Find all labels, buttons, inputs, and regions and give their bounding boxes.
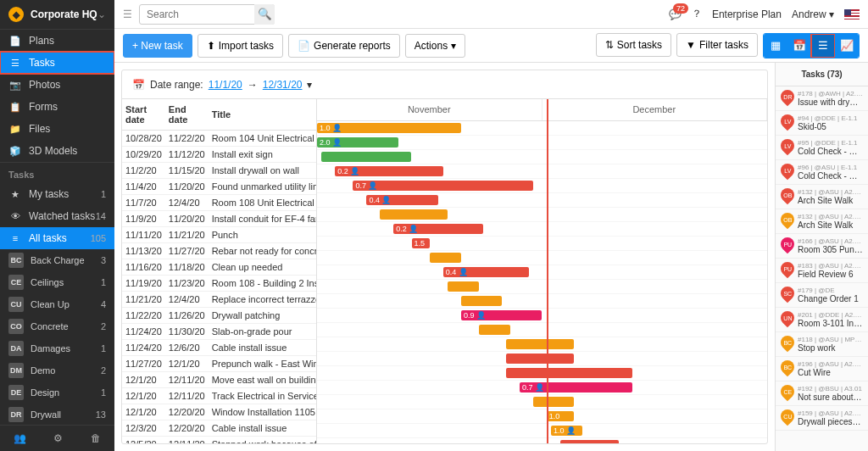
date-to[interactable]: 12/31/20: [263, 79, 303, 91]
task-row[interactable]: 11/21/2012/4/20Replace incorrect terrazz…: [122, 292, 317, 308]
task-row[interactable]: 12/3/2012/20/20Cable install issue: [122, 420, 317, 437]
gantt-bar[interactable]: [380, 209, 448, 220]
notifications-button[interactable]: 💬72: [669, 8, 682, 20]
nav-files[interactable]: 📁Files: [0, 118, 114, 140]
gantt-bar[interactable]: [430, 253, 461, 263]
generate-reports-button[interactable]: 📄 Generate reports: [288, 34, 400, 58]
gantt-bar[interactable]: 1.0 👤: [547, 411, 574, 421]
user-menu[interactable]: Andrew ▾: [792, 8, 834, 20]
category-drywall[interactable]: DRDrywall13: [0, 404, 114, 425]
category-concrete[interactable]: COConcrete2: [0, 315, 114, 337]
panel-task-item[interactable]: PU#166 | @ASU | A2.01-1Room 305 Punch In…: [776, 234, 868, 259]
users-icon[interactable]: 👥: [14, 432, 26, 444]
category-damages[interactable]: DADamages1: [0, 337, 114, 359]
org-switcher[interactable]: ◆ Corporate HQ ⌄: [0, 0, 114, 30]
nav-tasks[interactable]: ☰Tasks: [0, 52, 114, 74]
panel-task-item[interactable]: BC#196 | @ASU | A2.01-1Cut Wire: [776, 357, 868, 381]
panel-task-item[interactable]: PU#183 | @ASU | A2.01-1Field Review 6: [776, 259, 868, 283]
panel-task-item[interactable]: LV#95 | @DDE | E-1.1Cold Check - Skid-05: [776, 136, 868, 160]
panel-task-item[interactable]: LV#94 | @DDE | E-1.1Skid-05: [776, 111, 868, 136]
task-row[interactable]: 10/28/2011/22/20Room 104 Unit Electrical: [122, 131, 317, 147]
category-demo[interactable]: DMDemo2: [0, 359, 114, 381]
task-row[interactable]: 11/4/2011/20/20Found unmarked utility li…: [122, 179, 317, 195]
task-row[interactable]: 11/7/2012/4/20Room 108 Unit Electrical: [122, 195, 317, 211]
menu-icon[interactable]: ☰: [123, 8, 132, 20]
gantt-bar[interactable]: [560, 440, 619, 443]
import-tasks-button[interactable]: ⬆ Import tasks: [198, 34, 283, 58]
task-row[interactable]: 12/1/2012/11/20Move east wall on buildin…: [122, 372, 317, 388]
filter-my-tasks[interactable]: ★My tasks1: [0, 183, 114, 205]
gantt-bar[interactable]: 1.0 👤: [317, 123, 461, 133]
col-start[interactable]: Start date: [122, 99, 165, 131]
view-chart-button[interactable]: 📈: [835, 34, 859, 58]
task-row[interactable]: 11/24/2012/6/20Cable install issue: [122, 340, 317, 356]
gantt-bar[interactable]: [506, 354, 574, 364]
trash-icon[interactable]: 🗑: [91, 432, 101, 444]
category-ceilings[interactable]: CECeilings1: [0, 271, 114, 293]
view-grid-button[interactable]: ▦: [764, 34, 787, 58]
task-row[interactable]: 11/22/2011/26/20Drywall patching: [122, 308, 317, 324]
task-row[interactable]: 11/16/2011/18/20Clean up needed: [122, 259, 317, 276]
date-from[interactable]: 11/1/20: [209, 79, 242, 91]
task-row[interactable]: 11/9/2011/20/20Install conduit for EF-4 …: [122, 211, 317, 227]
gantt-bar[interactable]: 0.2 👤: [393, 224, 483, 234]
new-task-button[interactable]: + New task: [123, 34, 192, 58]
locale-flag[interactable]: [844, 9, 860, 19]
panel-task-item[interactable]: LV#96 | @ASU | E-1.1Cold Check - Punch l…: [776, 160, 868, 185]
filter-all-tasks[interactable]: ≡All tasks105: [0, 227, 114, 249]
gantt-bar[interactable]: [321, 152, 411, 162]
gantt-bar[interactable]: 0.4 👤: [366, 195, 438, 205]
panel-task-item[interactable]: CU#159 | @ASU | A2.01-1Drywall pieces on…: [776, 406, 868, 431]
task-row[interactable]: 11/2/2011/15/20Install drywall on wall: [122, 163, 317, 179]
nav-forms[interactable]: 📋Forms: [0, 96, 114, 118]
task-row[interactable]: 11/27/2012/1/20Prepunch walk - East Wing: [122, 356, 317, 372]
category-clean-up[interactable]: CUClean Up4: [0, 293, 114, 315]
task-row[interactable]: 11/24/2011/30/20Slab-on-grade pour: [122, 324, 317, 340]
task-row[interactable]: 10/29/2011/12/20Install exit sign: [122, 147, 317, 163]
task-row[interactable]: 12/1/2012/20/20Window Installation 1105: [122, 404, 317, 420]
filter-watched-tasks[interactable]: 👁Watched tasks14: [0, 205, 114, 227]
actions-menu[interactable]: Actions ▾: [405, 34, 465, 58]
help-icon[interactable]: ？: [692, 7, 702, 21]
gantt-bar[interactable]: 0.9 👤: [461, 310, 542, 320]
task-row[interactable]: 11/19/2011/23/20Room 108 - Building 2 In…: [122, 276, 317, 292]
view-gantt-button[interactable]: ☰: [811, 34, 835, 58]
task-row[interactable]: 12/5/2012/11/20Stopped work because of E…: [122, 437, 317, 444]
gantt-bar[interactable]: [506, 368, 632, 378]
search-button[interactable]: 🔍: [254, 4, 275, 25]
panel-task-item[interactable]: OB#132 | @ASU | A2.01-1Arch Site Walk: [776, 185, 868, 209]
gantt-bar[interactable]: [448, 281, 479, 292]
col-title[interactable]: Title: [209, 99, 317, 131]
gantt-bar[interactable]: 0.2 👤: [335, 166, 442, 176]
gantt-bar[interactable]: [533, 397, 574, 407]
task-row[interactable]: 11/11/2011/21/20Punch: [122, 227, 317, 243]
gantt-bar[interactable]: 2.0 👤: [317, 137, 398, 148]
gantt-bar[interactable]: 0.4 👤: [443, 267, 529, 277]
nav-3d-models[interactable]: 🧊3D Models: [0, 140, 114, 162]
category-design[interactable]: DEDesign1: [0, 381, 114, 404]
gantt-bar[interactable]: [461, 296, 502, 306]
view-calendar-button[interactable]: 📅: [787, 34, 811, 58]
gantt-bar[interactable]: [506, 339, 574, 349]
chevron-down-icon[interactable]: ▾: [307, 79, 312, 91]
category-back-charge[interactable]: BCBack Charge3: [0, 249, 114, 271]
panel-task-item[interactable]: OB#132 | @ASU | A2.01-1Arch Site Walk: [776, 209, 868, 234]
filter-tasks-button[interactable]: ▼ Filter tasks: [676, 33, 758, 57]
col-end[interactable]: End date: [165, 99, 209, 131]
gantt-bar[interactable]: 0.7 👤: [353, 181, 532, 191]
panel-task-item[interactable]: UN#201 | @DDE | A2.01-1Room 3-101 Instal…: [776, 308, 868, 332]
nav-photos[interactable]: 📷Photos: [0, 74, 114, 96]
nav-plans[interactable]: 📄Plans: [0, 30, 114, 52]
panel-task-item[interactable]: SC#179 | @DEChange Order 1: [776, 283, 868, 308]
sort-tasks-button[interactable]: ⇅ Sort tasks: [596, 33, 671, 57]
task-row[interactable]: 11/13/2011/27/20Rebar not ready for conc…: [122, 243, 317, 259]
task-row[interactable]: 12/1/2012/11/20Track Electrical in Servi…: [122, 388, 317, 404]
gantt-bar[interactable]: 1.5 👤: [412, 238, 430, 248]
panel-task-item[interactable]: BC#118 | @ASU | MP-2.1Stop work: [776, 332, 868, 357]
gantt-bar[interactable]: 1.0 👤: [551, 426, 582, 436]
panel-task-item[interactable]: DR#178 | @AWH | A2.01-2Issue with drywal…: [776, 86, 868, 111]
gear-icon[interactable]: ⚙: [53, 432, 63, 444]
panel-task-item[interactable]: CE#192 | @BSU | A3.01Not sure about this…: [776, 381, 868, 406]
gantt-bar[interactable]: [479, 325, 510, 335]
gantt-bar[interactable]: 0.7 👤: [520, 382, 632, 393]
